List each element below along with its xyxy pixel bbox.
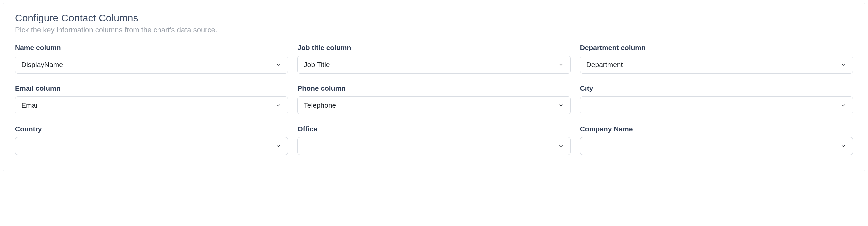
field-city: City [580,84,853,114]
email-column-value: Email [21,101,39,109]
country-label: Country [15,125,288,133]
name-column-label: Name column [15,44,288,52]
name-column-select[interactable]: DisplayName [15,56,288,74]
department-column-select[interactable]: Department [580,56,853,74]
company-name-label: Company Name [580,125,853,133]
city-select[interactable] [580,96,853,114]
chevron-down-icon [558,143,564,149]
chevron-down-icon [275,61,282,68]
configure-contact-columns-panel: Configure Contact Columns Pick the key i… [3,3,865,171]
field-job-title-column: Job title column Job Title [297,44,570,74]
phone-column-select[interactable]: Telephone [297,96,570,114]
name-column-value: DisplayName [21,61,63,69]
phone-column-value: Telephone [304,101,336,109]
phone-column-label: Phone column [297,84,570,92]
city-label: City [580,84,853,92]
chevron-down-icon [840,143,847,149]
panel-title: Configure Contact Columns [15,12,853,24]
chevron-down-icon [558,102,564,109]
office-label: Office [297,125,570,133]
field-country: Country [15,125,288,155]
field-office: Office [297,125,570,155]
company-name-select[interactable] [580,137,853,155]
fields-grid: Name column DisplayName Job title column… [15,44,853,155]
department-column-label: Department column [580,44,853,52]
field-name-column: Name column DisplayName [15,44,288,74]
field-phone-column: Phone column Telephone [297,84,570,114]
job-title-column-select[interactable]: Job Title [297,56,570,74]
chevron-down-icon [840,102,847,109]
email-column-label: Email column [15,84,288,92]
job-title-column-value: Job Title [304,61,330,69]
email-column-select[interactable]: Email [15,96,288,114]
country-select[interactable] [15,137,288,155]
office-select[interactable] [297,137,570,155]
field-company-name: Company Name [580,125,853,155]
panel-subtitle: Pick the key information columns from th… [15,26,853,34]
chevron-down-icon [275,102,282,109]
chevron-down-icon [840,61,847,68]
chevron-down-icon [558,61,564,68]
department-column-value: Department [586,61,623,69]
field-email-column: Email column Email [15,84,288,114]
job-title-column-label: Job title column [297,44,570,52]
field-department-column: Department column Department [580,44,853,74]
chevron-down-icon [275,143,282,149]
